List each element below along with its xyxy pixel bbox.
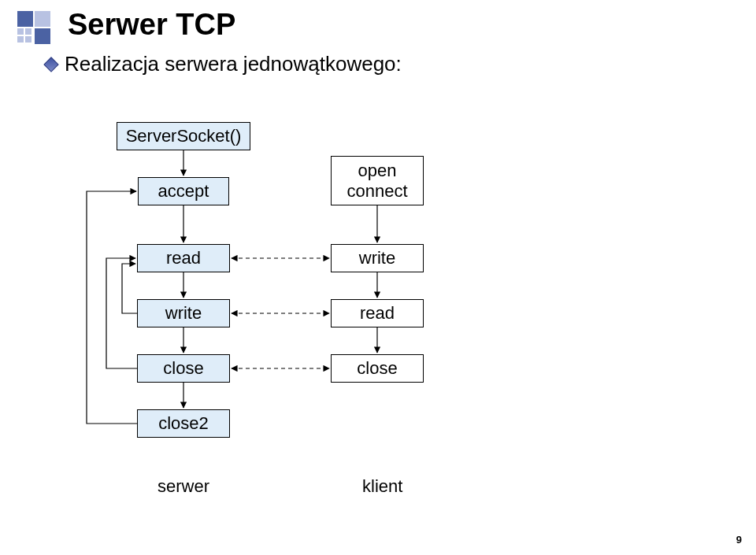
diamond-icon [43,57,59,72]
server-accept-box: accept [138,177,229,205]
client-column-label: klient [362,476,402,497]
server-close-box: close [137,354,230,383]
client-read-box: read [331,299,424,327]
server-write-box: write [137,299,230,327]
bullet-item: Realizacja serwera jednowątkowego: [46,52,402,76]
page-title: Serwer TCP [68,8,235,42]
server-read-box: read [137,244,230,272]
server-close2-box: close2 [137,409,230,438]
client-write-box: write [331,244,424,272]
diagram-arrows [0,0,756,555]
server-socket-box: ServerSocket() [117,122,250,150]
page-number: 9 [736,534,742,546]
bullet-text: Realizacja serwera jednowątkowego: [65,52,402,76]
client-close-box: close [331,354,424,383]
logo-icon [17,11,54,47]
client-open-box: open connect [331,156,424,205]
server-column-label: serwer [158,476,209,497]
